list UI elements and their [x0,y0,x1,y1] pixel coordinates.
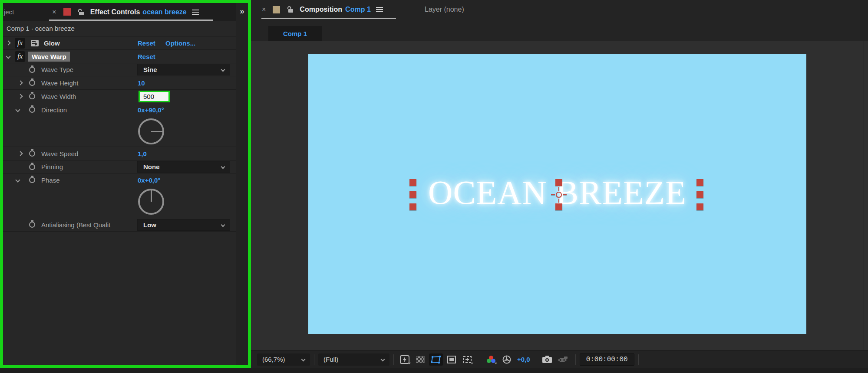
twirl-down-icon[interactable] [15,177,20,182]
chevron-down-icon [381,357,385,362]
dropdown-arrow-icon [495,363,497,364]
grid-and-guides-button[interactable] [460,353,474,366]
wave-speed-value[interactable]: 1,0 [138,150,147,157]
property-row-wave-height: Wave Height 10 [3,76,236,90]
composition-tab-title[interactable]: Composition [300,6,342,13]
twirl-right-icon[interactable] [18,151,23,156]
resolution-dropdown[interactable]: (Full) [318,353,389,366]
property-row-wave-width: Wave Width [3,90,236,103]
unlock-icon[interactable] [287,6,294,13]
stopwatch-icon[interactable] [29,67,35,73]
stopwatch-icon[interactable] [29,164,35,170]
effect-name-selected[interactable]: Wave Warp [28,52,70,62]
twirl-down-icon[interactable] [6,54,10,59]
property-label: Pinning [41,163,137,170]
close-panel-icon[interactable]: × [262,6,266,13]
after-effects-window: ject × Effect Controls ocean breeze » Co… [0,0,868,373]
selection-handle-top-right[interactable] [696,179,703,186]
selection-handle-bottom-left[interactable] [409,203,416,210]
panel-menu-icon[interactable] [376,7,383,12]
expand-panels-icon[interactable]: » [236,7,248,16]
chevron-down-icon [221,165,225,169]
wave-type-dropdown[interactable]: Sine [137,64,230,75]
reset-exposure-button[interactable] [500,353,514,366]
show-snapshot-button[interactable] [556,353,570,366]
antialiasing-dropdown[interactable]: Low [137,219,230,231]
checkerboard-icon [416,356,425,363]
selection-handle-bottom-right[interactable] [696,203,703,210]
effect-controls-tabbar: ject × Effect Controls ocean breeze [3,3,248,21]
effect-properties-list: fx Glow Reset Options... [3,36,236,232]
property-row-antialiasing: Antialiasing (Best Qualit Low [3,218,236,232]
direction-dial[interactable] [138,118,164,144]
selection-handle-top-left[interactable] [409,179,416,186]
wave-width-input[interactable] [139,91,170,102]
stopwatch-icon[interactable] [29,177,35,183]
effect-row-wave-warp[interactable]: fx Wave Warp Reset [3,50,236,63]
effect-row-glow[interactable]: fx Glow Reset Options... [3,36,236,50]
glow-reset-link[interactable]: Reset [138,39,155,47]
stopwatch-icon[interactable] [29,93,35,99]
property-label: Phase [41,177,137,184]
project-tab-partial[interactable]: ject [4,8,14,16]
collapsed-panel-strip: » [236,3,248,365]
property-label: Wave Width [41,93,137,100]
selection-handle-mid-left[interactable] [409,191,416,198]
stopwatch-icon[interactable] [29,107,35,113]
transparency-grid-button[interactable] [413,353,427,366]
property-row-direction: Direction 0x+90,0° [3,103,236,116]
fx-badge-icon[interactable]: fx [15,38,25,49]
selection-handle-mid-right[interactable] [696,191,703,198]
phase-dial[interactable] [138,189,164,215]
twirl-right-icon[interactable] [18,94,23,98]
pinning-dropdown[interactable]: None [137,161,230,173]
breadcrumb: Comp 1 · ocean breeze [3,21,236,36]
stopwatch-icon[interactable] [29,80,35,86]
fx-badge-icon[interactable]: fx [15,51,25,62]
twirl-right-icon[interactable] [6,40,10,45]
selection-handle-top-center[interactable] [555,179,562,186]
dropdown-arrow-icon [471,363,473,364]
selection-handle-bottom-center[interactable] [555,203,562,210]
take-snapshot-button[interactable] [540,353,554,366]
mask-path-visibility-button[interactable] [429,353,443,366]
anchor-point-icon[interactable] [551,187,567,203]
composition-header: × Composition Comp 1 Layer (none) Comp 1 [251,0,868,41]
composition-viewer: OCEAN BREEZE [251,41,868,350]
wave-height-value[interactable]: 10 [138,79,145,87]
chevron-down-icon [221,222,225,227]
region-of-interest-button[interactable] [445,353,459,366]
show-channel-button[interactable] [484,353,498,366]
viewer-tab-comp1[interactable]: Comp 1 [268,26,322,41]
composition-tabbar: × Composition Comp 1 [251,0,868,19]
window-bottom-strip [0,368,868,373]
unlock-icon[interactable] [78,9,84,16]
twirl-down-icon[interactable] [15,107,20,112]
magnification-dropdown[interactable]: (66,7%) [257,353,310,366]
panel-menu-icon[interactable] [192,10,199,15]
panel-group-square-icon [273,6,280,13]
chevron-down-icon [301,357,306,362]
property-label: Wave Type [41,66,137,73]
tab-layer[interactable]: Layer (none) [425,0,464,19]
property-row-pinning: Pinning None [3,160,236,173]
phase-value[interactable]: 0x+0,0° [138,177,160,184]
direction-value[interactable]: 0x+90,0° [138,106,164,114]
effect-controls-tab-title[interactable]: Effect Controls [90,8,140,16]
wave-warp-reset-link[interactable]: Reset [138,53,155,60]
composition-canvas[interactable]: OCEAN BREEZE [308,54,806,334]
toolbar-separator [575,354,576,365]
stopwatch-icon[interactable] [29,222,35,228]
timecode-display[interactable]: 0:00:00:00 [580,353,634,366]
close-panel-icon[interactable]: × [52,8,56,16]
direction-dial-zone [3,116,236,147]
fast-previews-button[interactable] [398,353,412,366]
twirl-right-icon[interactable] [18,80,23,85]
property-label: Wave Height [41,79,137,87]
effect-name[interactable]: Glow [44,39,60,47]
active-tab-underline [49,20,213,21]
exposure-value[interactable]: +0,0 [517,356,530,363]
stopwatch-icon[interactable] [29,151,35,157]
glow-options-link[interactable]: Options... [165,39,195,47]
toolbar-separator [314,354,314,365]
